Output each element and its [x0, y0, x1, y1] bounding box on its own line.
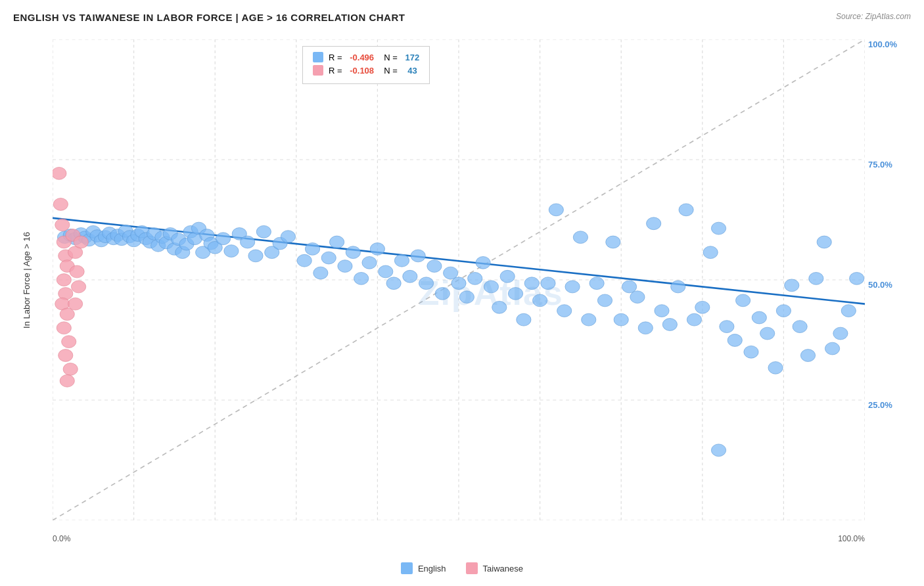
svg-point-151	[70, 265, 84, 278]
source-label: Source: ZipAtlas.com	[836, 12, 911, 21]
svg-point-79	[419, 277, 433, 290]
legend-item-english: English	[401, 562, 446, 574]
x-axis-labels: 0.0% 100.0%	[53, 534, 865, 543]
svg-point-105	[630, 291, 645, 304]
svg-point-132	[850, 272, 864, 284]
chart-container: ENGLISH VS TAIWANESE IN LABOR FORCE | AG…	[0, 0, 924, 586]
svg-point-100	[589, 277, 604, 290]
svg-point-123	[776, 305, 791, 317]
svg-point-146	[58, 349, 73, 362]
taiwanese-n-value: 43	[403, 66, 417, 76]
svg-point-119	[744, 346, 758, 358]
svg-point-109	[662, 319, 677, 331]
y-label-50: 50.0%	[865, 280, 924, 290]
english-r-label: R =	[329, 53, 344, 62]
svg-point-147	[63, 363, 78, 376]
bottom-legend: English Taiwanese	[0, 562, 924, 574]
svg-point-71	[354, 272, 369, 284]
svg-point-154	[74, 236, 88, 248]
svg-point-83	[451, 277, 466, 290]
svg-point-78	[411, 250, 425, 262]
svg-point-135	[53, 198, 68, 211]
svg-point-121	[760, 327, 775, 340]
svg-point-134	[53, 168, 66, 180]
svg-point-58	[241, 236, 255, 248]
svg-point-107	[647, 217, 661, 230]
svg-point-115	[711, 222, 726, 235]
svg-point-84	[459, 291, 474, 304]
y-label-100: 100.0%	[865, 39, 924, 49]
chart-title: ENGLISH VS TAIWANESE IN LABOR FORCE | AG…	[13, 12, 405, 23]
x-label-0: 0.0%	[53, 534, 70, 543]
svg-point-65	[305, 243, 319, 256]
svg-point-81	[435, 288, 450, 300]
svg-point-90	[508, 288, 522, 300]
svg-point-106	[638, 322, 653, 334]
svg-point-140	[57, 274, 71, 286]
svg-point-98	[573, 231, 588, 244]
svg-point-69	[338, 260, 352, 273]
taiwanese-legend-label: Taiwanese	[483, 564, 523, 574]
english-n-value: 172	[403, 53, 419, 62]
x-label-100: 100.0%	[838, 534, 865, 543]
svg-point-124	[785, 279, 799, 292]
svg-point-63	[281, 231, 295, 243]
svg-point-153	[68, 298, 82, 310]
svg-point-114	[703, 246, 718, 259]
svg-point-112	[687, 313, 701, 326]
svg-point-85	[468, 272, 482, 284]
svg-point-56	[224, 245, 239, 258]
svg-point-64	[297, 254, 312, 267]
svg-point-70	[346, 246, 360, 259]
svg-point-148	[60, 374, 74, 387]
taiwanese-swatch	[313, 65, 323, 76]
svg-point-133	[711, 444, 726, 457]
svg-point-87	[484, 281, 498, 293]
svg-point-136	[55, 219, 70, 231]
y-label-25: 25.0%	[865, 400, 924, 410]
english-n-label: N =	[379, 53, 398, 62]
svg-point-86	[476, 256, 490, 269]
svg-point-118	[735, 294, 750, 307]
svg-point-93	[532, 294, 547, 307]
svg-point-55	[216, 233, 230, 245]
svg-point-110	[671, 281, 685, 293]
svg-point-99	[582, 313, 596, 326]
svg-point-117	[728, 334, 742, 347]
svg-point-76	[394, 254, 409, 267]
svg-point-67	[321, 252, 336, 264]
svg-point-126	[800, 349, 815, 362]
taiwanese-n-label: N =	[379, 66, 398, 76]
legend-box-row-english: R = -0.496 N = 172	[313, 52, 419, 62]
legend-item-taiwanese: Taiwanese	[466, 562, 523, 574]
svg-point-143	[60, 308, 74, 321]
chart-svg	[53, 39, 865, 520]
svg-point-125	[793, 321, 807, 333]
svg-point-73	[370, 243, 384, 256]
svg-point-74	[379, 265, 393, 278]
svg-point-66	[313, 267, 328, 279]
svg-point-152	[71, 281, 85, 293]
svg-point-72	[362, 256, 377, 269]
svg-point-75	[386, 277, 401, 290]
legend-box: R = -0.496 N = 172 R = -0.108 N = 43	[302, 46, 430, 84]
svg-point-128	[817, 236, 831, 248]
taiwanese-r-value: -0.108	[350, 66, 374, 76]
svg-point-59	[248, 250, 263, 262]
svg-point-120	[752, 311, 766, 324]
svg-point-101	[597, 294, 612, 307]
svg-point-77	[403, 270, 417, 282]
svg-point-88	[492, 301, 507, 313]
english-swatch	[313, 52, 323, 62]
english-legend-swatch	[401, 562, 413, 574]
svg-point-60	[256, 225, 271, 238]
svg-point-129	[825, 342, 839, 355]
svg-point-82	[444, 267, 458, 279]
svg-point-91	[517, 313, 531, 326]
svg-point-104	[622, 281, 636, 293]
y-right-labels: 100.0% 75.0% 50.0% 25.0%	[865, 39, 924, 520]
y-axis-label: In Labor Force | Age > 16	[0, 39, 53, 520]
english-r-value: -0.496	[350, 53, 374, 62]
svg-point-92	[524, 277, 539, 290]
svg-point-102	[606, 236, 620, 248]
